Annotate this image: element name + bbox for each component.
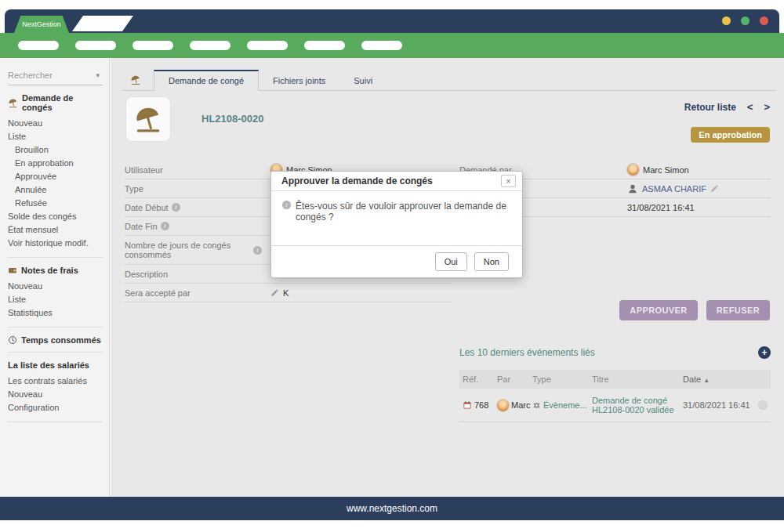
column-ref[interactable]: Réf. bbox=[463, 375, 497, 384]
no-button[interactable]: Non bbox=[474, 252, 509, 271]
tab-fichiers-joints[interactable]: Fichiers joints bbox=[259, 71, 339, 90]
window-controls bbox=[722, 16, 768, 25]
info-icon: i bbox=[161, 222, 169, 230]
sidebar-item-frais-liste[interactable]: Liste bbox=[8, 293, 103, 306]
column-date[interactable]: Date▲ bbox=[683, 375, 755, 384]
menu-pill[interactable] bbox=[132, 41, 173, 50]
sidebar-item-annulee[interactable]: Annulée bbox=[8, 183, 103, 197]
brand-label: NextGestion bbox=[22, 20, 61, 28]
sidebar-item-refusee[interactable]: Refusée bbox=[8, 197, 103, 210]
tabbar: Demande de congé Fichiers joints Suivi bbox=[122, 69, 776, 91]
window-dot-red[interactable] bbox=[760, 16, 768, 25]
search-combobox[interactable]: Rechercher ▾ bbox=[8, 69, 103, 85]
beach-umbrella-icon bbox=[133, 104, 163, 134]
wallet-icon bbox=[8, 266, 17, 275]
pencil-icon[interactable] bbox=[710, 184, 719, 193]
column-type[interactable]: Type bbox=[532, 375, 592, 384]
sidebar-item-salaries-nouveau[interactable]: Nouveau bbox=[8, 388, 103, 401]
pencil-icon[interactable] bbox=[270, 288, 279, 297]
record-actions: APPROUVER REFUSER bbox=[619, 300, 770, 320]
record-reference: HL2108-0020 bbox=[201, 113, 264, 125]
calendar-icon bbox=[463, 400, 472, 410]
beach-umbrella-icon bbox=[130, 74, 141, 85]
sidebar-item-configuration[interactable]: Configuration bbox=[8, 401, 103, 414]
sidebar-divider bbox=[8, 422, 103, 422]
sidebar-item-approuvee[interactable]: Approuvée bbox=[8, 170, 103, 183]
menu-pill[interactable] bbox=[361, 41, 402, 50]
sidebar-item-etat-mensuel[interactable]: État mensuel bbox=[8, 223, 103, 237]
sidebar-divider bbox=[8, 352, 103, 353]
browser-titlebar: NextGestion bbox=[5, 9, 779, 33]
beach-umbrella-icon bbox=[8, 98, 18, 108]
event-title-link[interactable]: Demande de congé HL2108-0020 validée bbox=[592, 396, 674, 414]
linked-events-panel: Les 10 derniers événements liés + Réf. P… bbox=[459, 346, 771, 422]
status-badge: En approbation bbox=[691, 127, 770, 143]
main-menubar bbox=[0, 33, 784, 58]
yes-button[interactable]: Oui bbox=[435, 252, 467, 271]
gear-icon bbox=[532, 401, 541, 410]
menu-pill[interactable] bbox=[75, 41, 116, 50]
column-par[interactable]: Par bbox=[497, 375, 532, 384]
add-event-icon[interactable]: + bbox=[758, 346, 771, 359]
sidebar-item-brouillon[interactable]: Brouillon bbox=[8, 143, 103, 157]
chevron-down-icon: ▾ bbox=[96, 71, 100, 79]
sidebar-divider bbox=[8, 327, 103, 328]
info-icon: i bbox=[253, 246, 262, 255]
detail-row-sera-accepte-par: Sera accepté par K bbox=[125, 284, 452, 302]
next-record-icon[interactable]: > bbox=[764, 101, 770, 113]
previous-record-icon[interactable]: < bbox=[747, 101, 753, 113]
sidebar-item-conges-liste[interactable]: Liste bbox=[8, 130, 103, 143]
approve-button[interactable]: APPROUVER bbox=[619, 300, 697, 320]
refuse-button[interactable]: REFUSER bbox=[706, 300, 770, 320]
menu-pill[interactable] bbox=[190, 41, 230, 50]
menu-pill[interactable] bbox=[18, 41, 59, 50]
events-header-row: Réf. Par Type Titre Date▲ bbox=[459, 370, 771, 389]
blank-tab bbox=[72, 16, 133, 31]
record-navigation: Retour liste < > bbox=[684, 101, 770, 113]
app-window: NextGestion Rechercher ▾ Demande de cong… bbox=[0, 0, 784, 532]
sidebar-item-solde[interactable]: Solde des congés bbox=[8, 210, 103, 223]
approve-confirmation-dialog: Approuver la demande de congés × i Êtes-… bbox=[270, 171, 523, 278]
sidebar: Rechercher ▾ Demande de congés Nouveau L… bbox=[0, 58, 110, 497]
tab-demande-de-conge[interactable]: Demande de congé bbox=[154, 70, 259, 91]
sidebar-item-contrats-salaries[interactable]: Les contrats salariés bbox=[8, 375, 103, 388]
sort-asc-icon: ▲ bbox=[703, 377, 710, 384]
menu-pill[interactable] bbox=[304, 41, 345, 50]
avatar bbox=[497, 400, 509, 411]
dialog-message: Êtes-vous sûr de vouloir approuver la de… bbox=[296, 201, 511, 223]
avatar bbox=[627, 164, 639, 176]
brand-tab[interactable]: NextGestion bbox=[14, 16, 69, 33]
info-icon: i bbox=[282, 201, 291, 209]
sidebar-section-temps-consommes[interactable]: Temps consommés bbox=[8, 335, 103, 345]
sidebar-item-en-approbation[interactable]: En approbation bbox=[8, 157, 103, 170]
dialog-title: Approuver la demande de congés bbox=[281, 176, 433, 186]
menu-pill[interactable] bbox=[247, 41, 288, 50]
back-to-list-link[interactable]: Retour liste bbox=[684, 102, 736, 113]
window-dot-green[interactable] bbox=[741, 16, 750, 25]
clock-icon bbox=[8, 335, 17, 345]
event-row: 768 Marc Évèneme... Demande de congé HL2… bbox=[459, 389, 771, 422]
event-type-link[interactable]: Évèneme... bbox=[543, 400, 587, 410]
close-icon[interactable]: × bbox=[501, 175, 516, 187]
sidebar-item-statistiques[interactable]: Statistiques bbox=[8, 306, 103, 320]
sidebar-section-conges[interactable]: Demande de congés bbox=[8, 93, 103, 112]
footer-bar: www.nextgestion.com bbox=[0, 497, 784, 520]
sidebar-section-salaries[interactable]: La liste des salariés bbox=[8, 360, 103, 370]
sidebar-section-notes-de-frais[interactable]: Notes de frais bbox=[8, 266, 103, 275]
sidebar-item-frais-nouveau[interactable]: Nouveau bbox=[8, 280, 103, 293]
search-placeholder: Rechercher bbox=[8, 71, 53, 80]
events-title: Les 10 derniers événements liés bbox=[459, 347, 595, 358]
footer-url: www.nextgestion.com bbox=[347, 503, 437, 514]
info-icon: i bbox=[172, 203, 180, 212]
tab-suivi[interactable]: Suivi bbox=[339, 71, 387, 90]
sidebar-item-historique[interactable]: Voir historique modif. bbox=[8, 237, 103, 250]
record-icon-card bbox=[126, 97, 170, 141]
window-dot-yellow[interactable] bbox=[722, 16, 731, 25]
column-titre[interactable]: Titre bbox=[592, 375, 683, 384]
sidebar-divider bbox=[8, 257, 103, 258]
event-status-dot bbox=[758, 400, 768, 410]
events-table: Réf. Par Type Titre Date▲ 768 Mar bbox=[459, 370, 771, 422]
sidebar-item-conges-nouveau[interactable]: Nouveau bbox=[8, 117, 103, 130]
user-silhouette-icon bbox=[627, 183, 638, 194]
